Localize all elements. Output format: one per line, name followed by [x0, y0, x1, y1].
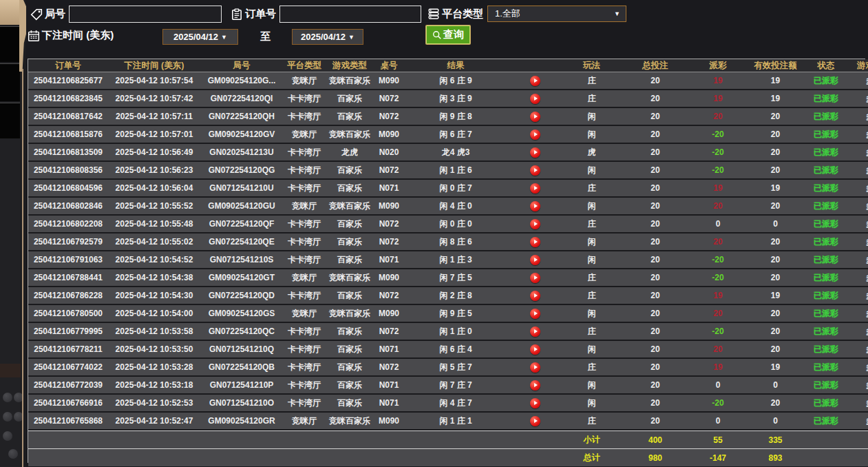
play-video-icon[interactable]: [530, 147, 540, 158]
play-video-icon[interactable]: [530, 309, 540, 319]
cell-game-mode: 多台: [847, 216, 868, 234]
cell-round-no: GN0712541210Q: [200, 341, 283, 359]
play-video-icon[interactable]: [530, 326, 540, 337]
cell-replay: [507, 180, 562, 198]
table-row: 250412106791063 2025-04-12 10:54:52 GN07…: [28, 251, 868, 269]
query-button[interactable]: 查询: [426, 25, 470, 44]
play-video-icon[interactable]: [530, 112, 540, 122]
cell-payout: 19: [690, 180, 746, 198]
cell-game-mode: 多台: [847, 413, 868, 430]
total-total-bet: 980: [621, 448, 690, 466]
play-video-icon[interactable]: [530, 362, 540, 373]
play-video-icon[interactable]: [530, 129, 540, 140]
cell-play-type: 庄: [562, 323, 621, 341]
cell-play-type: 闲: [562, 251, 621, 269]
cell-valid-bet: 19: [746, 287, 805, 305]
cell-payout: 20: [690, 198, 746, 216]
total-spacer: [28, 448, 562, 466]
play-video-icon[interactable]: [530, 380, 540, 391]
cell-status: 已派彩: [805, 180, 847, 198]
cell-replay: [507, 341, 562, 359]
cell-order-no: 250412106786228: [28, 287, 108, 305]
cell-valid-bet: 20: [746, 108, 805, 126]
cell-valid-bet: 20: [746, 323, 805, 341]
chevron-down-icon: ▼: [221, 34, 227, 41]
cell-game-type: 百家乐: [326, 287, 374, 305]
cell-payout: 19: [690, 90, 746, 108]
cell-payout: 19: [690, 287, 746, 305]
cell-round-no: GN072254120QE: [200, 234, 283, 251]
cell-platform-type: 竞咪厅: [283, 72, 326, 90]
cell-round-no: GN072254120QC: [200, 323, 283, 341]
background-chip-icon: [3, 393, 12, 402]
panel-edge-line: [22, 69, 23, 467]
play-video-icon[interactable]: [530, 416, 540, 426]
cell-game-mode: 多台: [847, 234, 868, 251]
date-to-picker[interactable]: 2025/04/12 ▼: [292, 29, 363, 45]
cell-order-no: 250412106817642: [28, 108, 108, 126]
play-video-icon[interactable]: [530, 183, 540, 194]
play-video-icon[interactable]: [530, 273, 540, 283]
cell-play-type: 闲: [562, 395, 621, 413]
round-input[interactable]: [69, 6, 222, 23]
play-video-icon[interactable]: [530, 398, 540, 408]
cell-game-type: 竞咪百家乐: [326, 198, 374, 216]
col-payout: 派彩: [690, 59, 746, 72]
cell-bet-time: 2025-04-12 10:55:02: [108, 234, 200, 251]
cell-total-bet: 20: [621, 216, 690, 234]
cell-total-bet: 20: [621, 359, 690, 377]
play-video-icon[interactable]: [530, 94, 540, 104]
col-total-bet: 总投注: [621, 59, 690, 72]
cell-total-bet: 20: [621, 287, 690, 305]
play-video-icon[interactable]: [530, 219, 540, 229]
play-video-icon[interactable]: [530, 165, 540, 176]
table-row: 250412106825677 2025-04-12 10:57:54 GM09…: [28, 72, 868, 90]
col-result: 结果: [404, 59, 507, 72]
cell-game-mode: 多台: [847, 359, 868, 377]
cell-replay: [507, 323, 562, 341]
cell-bet-time: 2025-04-12 10:56:04: [108, 180, 200, 198]
play-video-icon[interactable]: [530, 344, 540, 355]
cell-play-type: 庄: [562, 413, 621, 430]
cell-total-bet: 20: [621, 269, 690, 287]
play-video-icon[interactable]: [530, 201, 540, 211]
platform-select[interactable]: 1.全部 ▼: [487, 6, 626, 22]
order-input[interactable]: [279, 6, 421, 23]
cell-result: 闲 3 庄 9: [404, 90, 507, 108]
play-video-icon[interactable]: [530, 255, 540, 265]
cell-bet-time: 2025-04-12 10:54:38: [108, 269, 200, 287]
background-app-fragment: [0, 0, 26, 467]
cell-order-no: 250412106774022: [28, 359, 108, 377]
col-order-no: 订单号: [28, 59, 108, 72]
search-icon: [432, 30, 442, 40]
cell-status: 已派彩: [805, 323, 847, 341]
cell-result: 闲 9 庄 5: [404, 305, 507, 323]
table-row: 250412106817642 2025-04-12 10:57:11 GN07…: [28, 108, 868, 126]
cell-valid-bet: 20: [746, 341, 805, 359]
cell-order-no: 250412106779995: [28, 323, 108, 341]
play-video-icon[interactable]: [530, 291, 540, 301]
cell-game-mode: 多台: [847, 341, 868, 359]
background-tan-block: [0, 0, 21, 25]
cell-platform-type: 卡卡湾厅: [283, 287, 326, 305]
cell-total-bet: 20: [621, 395, 690, 413]
date-from-picker[interactable]: 2025/04/12 ▼: [162, 29, 238, 45]
cell-game-type: 竞咪百家乐: [326, 126, 374, 144]
cell-replay: [507, 413, 562, 430]
cell-order-no: 250412106780500: [28, 305, 108, 323]
cell-table-no: N072: [374, 108, 404, 126]
cell-result: 闲 6 庄 7: [404, 126, 507, 144]
cell-platform-type: 卡卡湾厅: [283, 108, 326, 126]
cell-bet-time: 2025-04-12 10:54:30: [108, 287, 200, 305]
cell-game-mode: 多台: [847, 144, 868, 162]
play-video-icon[interactable]: [530, 76, 540, 86]
cell-valid-bet: 20: [746, 144, 805, 162]
cell-play-type: 庄: [562, 287, 621, 305]
cell-status: 已派彩: [805, 377, 847, 395]
cell-game-type: 百家乐: [326, 234, 374, 251]
cell-status: 已派彩: [805, 287, 847, 305]
play-video-icon[interactable]: [530, 237, 540, 247]
screen: 局号 订单号 平台类型 1.全部 ▼ 下注时间 (美东): [0, 0, 868, 467]
cell-platform-type: 卡卡湾厅: [283, 180, 326, 198]
cell-bet-time: 2025-04-12 10:52:47: [108, 413, 200, 430]
